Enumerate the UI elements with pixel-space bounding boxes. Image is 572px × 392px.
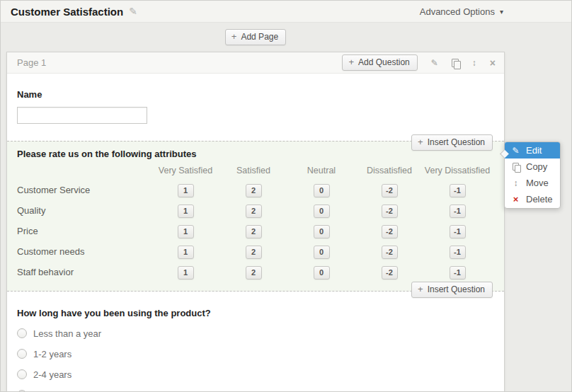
delete-x-icon: × [511, 195, 520, 204]
weight-chip[interactable]: 0 [314, 266, 330, 279]
weight-chip[interactable]: -2 [382, 266, 398, 279]
weight-chip[interactable]: 1 [178, 266, 194, 279]
weight-chip[interactable]: -1 [450, 204, 466, 218]
matrix-header-row: Very Satisfied Satisfied Neutral Dissati… [7, 161, 504, 180]
top-header: Customer Satisfaction ✎ Advanced Options… [1, 1, 571, 23]
weight-chip[interactable]: 0 [314, 204, 330, 218]
weight-chip[interactable]: 2 [246, 184, 262, 197]
matrix-row: Staff behavior 1 2 0 -2 -1 [7, 262, 504, 282]
plus-icon: + [418, 286, 423, 293]
weight-chip[interactable]: 2 [246, 246, 262, 259]
move-icon: ↕ [511, 179, 520, 188]
name-input[interactable] [17, 107, 147, 124]
question-name-title: Name [17, 89, 494, 100]
plus-icon: + [348, 59, 354, 66]
radio-option[interactable]: Less than a year [17, 328, 494, 339]
radio-option[interactable]: 1-2 years [17, 348, 494, 359]
add-question-label: Add Question [358, 57, 410, 67]
weight-chip[interactable]: 2 [246, 266, 262, 279]
weight-chip[interactable]: -1 [450, 225, 466, 238]
radio-button-icon[interactable] [17, 349, 27, 359]
radio-option-label: 1-2 years [33, 349, 72, 359]
insert-question-button-top[interactable]: + Insert Question [411, 134, 493, 151]
radio-option[interactable]: More than 4 years [17, 389, 494, 392]
edit-title-pencil-icon[interactable]: ✎ [129, 6, 137, 17]
add-question-button[interactable]: + Add Question [342, 54, 417, 71]
column-header: Very Satisfied [151, 166, 219, 175]
weight-chip[interactable]: 0 [314, 225, 330, 238]
advanced-options-label: Advanced Options [420, 6, 495, 17]
radio-option-label: 2-4 years [33, 369, 72, 380]
advanced-options-button[interactable]: Advanced Options ▾ [420, 6, 561, 17]
menu-item-copy[interactable]: Copy [505, 158, 560, 175]
column-header: Dissatisfied [355, 166, 423, 175]
matrix-row: Price 1 2 0 -2 -1 [7, 221, 504, 241]
menu-item-label: Edit [526, 145, 542, 156]
add-page-label: Add Page [241, 32, 278, 42]
weight-chip[interactable]: 0 [314, 184, 330, 197]
plus-icon: + [231, 33, 237, 40]
radio-button-icon[interactable] [17, 328, 27, 338]
matrix-row: Customer Service 1 2 0 -2 -1 [7, 180, 504, 200]
matrix-row: Customer needs 1 2 0 -2 -1 [7, 241, 504, 262]
column-header: Satisfied [219, 166, 287, 175]
page-tools: + Add Question ✎ ↕ × [342, 54, 496, 71]
matrix-row-label: Quality [7, 205, 151, 216]
page-header: Page 1 + Add Question ✎ ↕ × [7, 52, 504, 74]
survey-title: Customer Satisfaction [11, 6, 123, 18]
menu-item-label: Copy [526, 161, 547, 172]
weight-chip[interactable]: -2 [382, 184, 398, 197]
weight-chip[interactable]: 1 [178, 184, 194, 197]
menu-item-edit[interactable]: ✎ Edit [505, 142, 560, 158]
weight-chip[interactable]: 1 [178, 225, 194, 238]
weight-chip[interactable]: -2 [382, 204, 398, 218]
question-context-menu: ✎ Edit Copy ↕ Move × Delete [504, 142, 561, 209]
plus-icon: + [418, 139, 423, 146]
radio-option[interactable]: 2-4 years [17, 369, 494, 380]
weight-chip[interactable]: -1 [450, 184, 466, 197]
menu-item-label: Delete [526, 194, 553, 204]
menu-item-delete[interactable]: × Delete [505, 191, 560, 207]
matrix-row-label: Price [7, 226, 151, 236]
add-page-row: + Add Page [6, 23, 505, 52]
edit-page-pencil-icon[interactable]: ✎ [431, 59, 438, 67]
insert-question-button-bottom[interactable]: + Insert Question [411, 282, 493, 298]
caret-down-icon: ▾ [500, 8, 503, 16]
column-header: Neutral [287, 166, 355, 175]
weight-chip[interactable]: 1 [178, 204, 194, 218]
question-duration-title: How long have you been using the product… [17, 308, 494, 318]
matrix-row-label: Customer Service [7, 185, 151, 195]
column-header: Very Dissatisfied [423, 166, 491, 175]
page-name: Page 1 [17, 57, 46, 68]
matrix-row: Quality 1 2 0 -2 -1 [7, 200, 504, 221]
copy-icon [511, 163, 520, 171]
question-matrix: + Insert Question Please rate us on the … [7, 141, 504, 292]
move-page-icon[interactable]: ↕ [472, 59, 476, 67]
radio-option-label: More than 4 years [33, 390, 108, 392]
copy-page-icon[interactable] [452, 59, 459, 67]
weight-chip[interactable]: 0 [314, 246, 330, 259]
page-panel: Page 1 + Add Question ✎ ↕ × Name + Inser… [6, 52, 505, 392]
menu-item-label: Move [526, 178, 549, 188]
matrix-row-label: Customer needs [7, 246, 151, 257]
pencil-icon: ✎ [511, 146, 520, 155]
weight-chip[interactable]: 2 [246, 225, 262, 238]
insert-question-label: Insert Question [428, 284, 485, 294]
weight-chip[interactable]: -2 [382, 246, 398, 259]
delete-page-icon[interactable]: × [490, 58, 496, 68]
question-name: Name [7, 74, 504, 141]
insert-question-label: Insert Question [428, 137, 485, 147]
radio-option-label: Less than a year [33, 328, 101, 339]
matrix-row-label: Staff behavior [7, 267, 151, 277]
weight-chip[interactable]: 1 [178, 246, 194, 259]
weight-chip[interactable]: -1 [450, 266, 466, 279]
weight-chip[interactable]: -2 [382, 225, 398, 238]
weight-chip[interactable]: -1 [450, 246, 466, 259]
weight-chip[interactable]: 2 [246, 204, 262, 218]
menu-item-move[interactable]: ↕ Move [505, 175, 560, 191]
radio-button-icon[interactable] [17, 369, 27, 379]
add-page-button[interactable]: + Add Page [225, 29, 286, 45]
question-duration: How long have you been using the product… [7, 292, 504, 392]
